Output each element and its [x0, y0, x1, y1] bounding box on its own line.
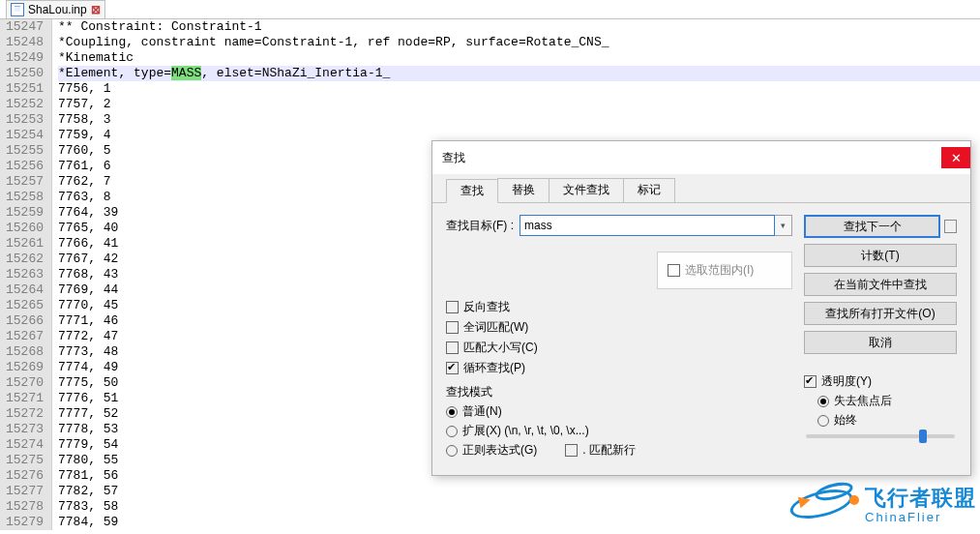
wrap-checkbox[interactable]	[446, 362, 459, 374]
wrap-label: 循环查找(P)	[463, 360, 525, 376]
find-target-label: 查找目标(F) :	[446, 218, 514, 234]
trans-lose-focus-label: 失去焦点后	[834, 393, 892, 409]
close-icon[interactable]: ✕	[941, 147, 970, 168]
trans-lose-focus-radio[interactable]	[817, 396, 829, 407]
mode-normal-radio[interactable]	[446, 406, 458, 418]
mode-normal-label: 普通(N)	[462, 403, 502, 420]
match-newline-checkbox[interactable]	[565, 444, 578, 457]
trans-always-label: 始终	[834, 412, 857, 429]
search-options: 反向查找 全词匹配(W) 匹配大小写(C) 循环查找(P)	[446, 299, 792, 376]
search-mode-label: 查找模式	[446, 384, 792, 400]
mode-regex-radio[interactable]	[446, 445, 458, 457]
match-newline-label: . 匹配新行	[582, 442, 636, 459]
find-in-current-button[interactable]: 在当前文件中查找	[804, 273, 957, 296]
find-in-all-open-button[interactable]: 查找所有打开文件(O)	[804, 302, 957, 325]
cancel-button[interactable]: 取消	[804, 331, 957, 354]
in-selection-checkbox	[668, 264, 680, 277]
wholeword-checkbox[interactable]	[446, 321, 459, 334]
wholeword-label: 全词匹配(W)	[463, 319, 528, 336]
file-tab-bar: ShaLou.inp ⊠	[0, 0, 980, 19]
find-target-input[interactable]	[520, 215, 775, 236]
backward-label: 反向查找	[463, 299, 510, 315]
dialog-tabs: 查找 替换 文件查找 标记	[432, 174, 970, 202]
transparency-slider[interactable]	[806, 434, 955, 438]
dialog-title: 查找	[442, 150, 465, 166]
slider-thumb[interactable]	[919, 430, 927, 443]
tab-replace[interactable]: 替换	[497, 178, 549, 202]
matchcase-label: 匹配大小写(C)	[463, 340, 538, 356]
in-selection-panel: 选取范围内(I)	[657, 252, 792, 289]
backward-checkbox[interactable]	[446, 301, 459, 313]
file-tab-name: ShaLou.inp	[28, 3, 87, 16]
mode-extended-radio[interactable]	[446, 426, 458, 437]
find-dialog: 查找 ✕ 查找 替换 文件查找 标记 查找目标(F) : ▾ 选取范围内(I) …	[431, 140, 971, 476]
chevron-down-icon[interactable]: ▾	[775, 215, 792, 236]
close-icon[interactable]: ⊠	[91, 3, 101, 16]
mode-extended-label: 扩展(X) (\n, \r, \t, \0, \x...)	[462, 423, 589, 439]
find-next-button[interactable]: 查找下一个	[804, 215, 940, 238]
line-number-gutter: 1524715248152491525015251152521525315254…	[0, 19, 52, 530]
tab-find[interactable]: 查找	[446, 179, 498, 203]
mode-regex-label: 正则表达式(G)	[462, 442, 537, 459]
count-button[interactable]: 计数(T)	[804, 244, 957, 267]
transparency-checkbox[interactable]	[804, 375, 817, 388]
tab-mark[interactable]: 标记	[623, 178, 675, 202]
pin-checkbox[interactable]	[944, 220, 957, 233]
transparency-label: 透明度(Y)	[821, 373, 872, 390]
trans-always-radio[interactable]	[817, 415, 829, 427]
tab-find-in-files[interactable]: 文件查找	[549, 178, 624, 202]
matchcase-checkbox[interactable]	[446, 341, 459, 354]
file-tab[interactable]: ShaLou.inp ⊠	[6, 0, 105, 18]
file-icon	[11, 3, 24, 16]
in-selection-label: 选取范围内(I)	[685, 262, 754, 279]
